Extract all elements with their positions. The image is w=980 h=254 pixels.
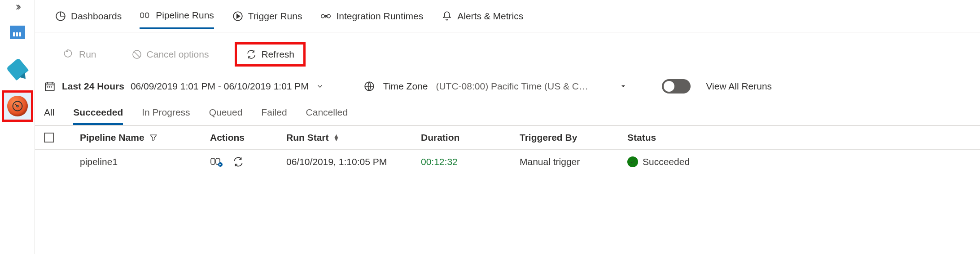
select-all-checkbox[interactable]	[44, 133, 54, 143]
col-label: Triggered By	[520, 132, 577, 143]
cell-status: Succeeded	[627, 156, 735, 167]
rerun-icon[interactable]	[232, 156, 245, 168]
pipeline-icon	[140, 9, 151, 21]
nav-overview[interactable]	[4, 19, 31, 46]
status-text: Succeeded	[643, 156, 690, 167]
svg-rect-11	[211, 158, 215, 165]
chevron-down-icon	[316, 82, 324, 90]
run-icon	[64, 49, 74, 60]
col-label: Status	[627, 132, 656, 143]
tab-label: Alerts & Metrics	[457, 11, 523, 22]
col-label: Actions	[210, 132, 245, 143]
globe-icon	[363, 80, 375, 92]
status-tab-queued[interactable]: Queued	[209, 107, 243, 125]
toolbar: Run Cancel options Refresh	[35, 32, 980, 76]
play-circle-icon	[232, 10, 244, 22]
timezone-picker[interactable]: Time Zone (UTC-08:00) Pacific Time (US &…	[363, 80, 627, 92]
bell-icon	[441, 10, 453, 22]
top-tabs: Dashboards Pipeline Runs Trigger Runs In…	[35, 0, 980, 32]
caret-down-icon	[620, 83, 627, 90]
filter-bar: Last 24 Hours 06/09/2019 1:01 PM - 06/10…	[35, 76, 980, 103]
success-icon	[627, 156, 638, 167]
tab-alerts-metrics[interactable]: Alerts & Metrics	[441, 10, 523, 28]
svg-rect-9	[45, 83, 54, 90]
bar-chart-icon	[10, 26, 25, 39]
cell-actions	[210, 156, 286, 168]
sort-icon[interactable]: ▲▼	[333, 134, 340, 141]
nav-monitor[interactable]	[4, 93, 31, 120]
status-tab-succeeded[interactable]: Succeeded	[73, 107, 123, 125]
col-duration[interactable]: Duration	[421, 132, 520, 143]
view-run-icon[interactable]	[210, 156, 223, 168]
status-tab-in-progress[interactable]: In Progress	[142, 107, 190, 125]
status-tab-failed[interactable]: Failed	[261, 107, 287, 125]
col-run-start[interactable]: Run Start ▲▼	[286, 132, 421, 143]
time-range-label: Last 24 Hours	[62, 81, 124, 92]
col-label: Run Start	[286, 132, 329, 143]
col-label: Pipeline Name	[80, 132, 144, 143]
cell-run-start: 06/10/2019, 1:10:05 PM	[286, 156, 421, 167]
time-range-value: 06/09/2019 1:01 PM - 06/10/2019 1:01 PM	[131, 81, 309, 92]
table-row[interactable]: pipeline1 06/10/2019, 1:10:05 PM 00:12:3…	[35, 150, 980, 174]
nav-author[interactable]	[4, 56, 31, 83]
view-all-reruns-toggle[interactable]	[662, 79, 691, 94]
timezone-value: (UTC-08:00) Pacific Time (US & Ca…	[436, 81, 593, 92]
cell-pipeline-name[interactable]: pipeline1	[80, 156, 210, 167]
filter-icon[interactable]	[149, 133, 158, 142]
tab-pipeline-runs[interactable]: Pipeline Runs	[140, 9, 214, 29]
tab-label: Trigger Runs	[248, 11, 302, 22]
pencil-icon	[6, 58, 29, 81]
gauge-icon	[7, 96, 28, 116]
button-label: Cancel options	[147, 49, 209, 60]
run-button: Run	[55, 45, 105, 64]
button-label: Refresh	[261, 49, 294, 60]
tab-trigger-runs[interactable]: Trigger Runs	[232, 10, 302, 28]
table-header: Pipeline Name Actions Run Start ▲▼ Durat…	[35, 126, 980, 150]
calendar-icon	[44, 80, 56, 92]
refresh-icon	[246, 49, 257, 60]
main-area: Dashboards Pipeline Runs Trigger Runs In…	[35, 0, 980, 254]
time-range-picker[interactable]: Last 24 Hours 06/09/2019 1:01 PM - 06/10…	[44, 80, 324, 92]
cancel-options-button: Cancel options	[122, 45, 218, 64]
tab-label: Integration Runtimes	[336, 11, 423, 22]
col-pipeline-name[interactable]: Pipeline Name	[80, 132, 210, 143]
left-rail: ››	[0, 0, 35, 254]
tab-integration-runtimes[interactable]: Integration Runtimes	[320, 10, 423, 28]
cell-triggered-by: Manual trigger	[520, 156, 627, 167]
integration-icon	[320, 10, 332, 22]
tab-label: Dashboards	[71, 11, 122, 22]
col-actions: Actions	[210, 132, 286, 143]
svg-rect-4	[145, 13, 149, 18]
col-label: Duration	[421, 132, 459, 143]
tab-dashboards[interactable]: Dashboards	[55, 10, 122, 28]
svg-rect-3	[140, 13, 144, 18]
svg-point-7	[327, 14, 330, 18]
dashboard-icon	[55, 10, 66, 22]
view-all-reruns-label: View All Reruns	[706, 81, 772, 92]
timezone-label: Time Zone	[383, 81, 428, 92]
svg-point-6	[321, 14, 324, 18]
col-status[interactable]: Status	[627, 132, 735, 143]
cell-duration: 00:12:32	[421, 156, 520, 167]
cancel-icon	[131, 49, 142, 60]
expand-rail-button[interactable]: ››	[16, 2, 19, 11]
refresh-button[interactable]: Refresh	[235, 42, 306, 67]
svg-point-1	[17, 105, 18, 107]
tab-label: Pipeline Runs	[156, 10, 214, 21]
col-triggered-by[interactable]: Triggered By	[520, 132, 627, 143]
button-label: Run	[79, 49, 96, 60]
status-tab-all[interactable]: All	[44, 107, 54, 125]
status-tab-cancelled[interactable]: Cancelled	[306, 107, 348, 125]
status-tabs: All Succeeded In Progress Queued Failed …	[35, 103, 980, 126]
